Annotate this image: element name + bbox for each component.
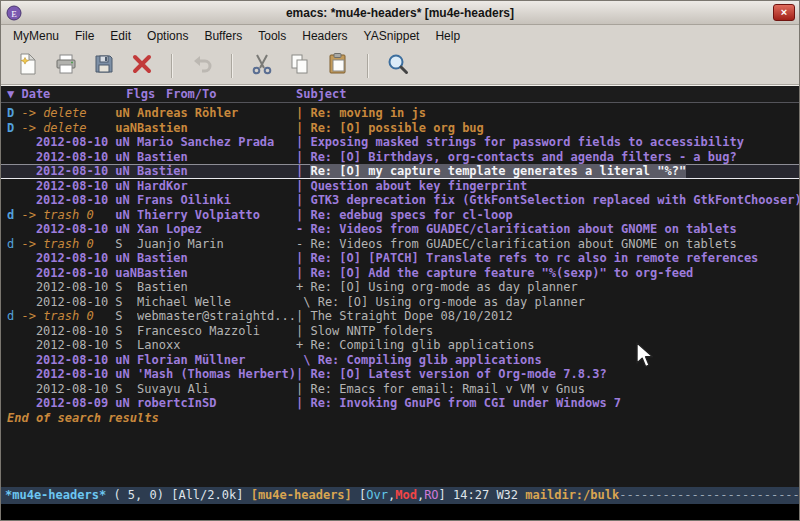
header-col-date[interactable]: ▼ Date	[7, 86, 126, 102]
message-flags: uN	[115, 208, 137, 223]
menu-headers[interactable]: Headers	[294, 26, 355, 46]
header-col-subject[interactable]: Subject	[296, 86, 799, 102]
menu-file[interactable]: File	[67, 26, 102, 46]
message-row[interactable]: 2012-08-10uaNBastien| Re: [O] Add the ca…	[1, 266, 799, 281]
message-row[interactable]: 2012-08-10uNBastien| Re: [O] my capture …	[1, 164, 799, 179]
paste-button[interactable]	[322, 50, 354, 82]
message-flags: uN	[115, 251, 137, 266]
message-row[interactable]: 2012-08-10uNBastien| Re: [O] Birthdays, …	[1, 150, 799, 165]
menu-bar: MyMenuFileEditOptionsBuffersToolsHeaders…	[1, 25, 799, 47]
window-close-button[interactable]: ×	[773, 4, 795, 21]
cut-icon	[250, 52, 274, 80]
message-subject: | The Straight Dope 08/10/2012	[296, 309, 799, 324]
message-row[interactable]: 2012-08-10uNMario Sanchez Prada| Exposin…	[1, 135, 799, 150]
thread-indicator: |	[296, 106, 310, 120]
message-row[interactable]: 2012-08-10uNXan Lopez- Re: Videos from G…	[1, 222, 799, 237]
menu-help[interactable]: Help	[427, 26, 468, 46]
message-from: Bastien	[137, 266, 296, 281]
message-flags: uN	[115, 396, 137, 411]
message-mark: d -> trash 0	[7, 208, 115, 223]
menu-edit[interactable]: Edit	[102, 26, 139, 46]
message-subject: \ Re: [O] Using org-mode as day planner	[296, 295, 799, 310]
message-mark: d -> trash 0	[7, 237, 115, 252]
message-from: Xan Lopez	[137, 222, 296, 237]
message-subject: | GTK3 deprecation fix (GtkFontSelection…	[296, 193, 799, 208]
mode-line-segment-plain: ( 5, 0)	[106, 488, 171, 502]
search-button[interactable]	[382, 50, 414, 82]
close-button[interactable]	[126, 50, 158, 82]
thread-indicator: -	[296, 222, 310, 236]
print-button[interactable]	[50, 50, 82, 82]
header-col-from[interactable]: From/To	[166, 86, 296, 102]
menu-buffers[interactable]: Buffers	[196, 26, 250, 46]
menu-mymenu[interactable]: MyMenu	[5, 26, 67, 46]
message-row[interactable]: D -> deleteuaNBastien| Re: [O] possible …	[1, 121, 799, 136]
message-row[interactable]: 2012-08-10SFrancesco Mazzoli| Slow NNTP …	[1, 324, 799, 339]
mode-line-segment-mod: Mod	[395, 488, 417, 502]
message-row[interactable]: 2012-08-10uNHardKor| Question about key …	[1, 179, 799, 194]
message-subject: | Question about key fingerprint	[296, 179, 799, 194]
message-date: 2012-08-10	[7, 179, 115, 194]
mark-action: -> delete	[14, 106, 86, 120]
message-from: Bastien	[137, 164, 296, 179]
thread-indicator: |	[296, 324, 310, 338]
message-row[interactable]: 2012-08-10SLanoxx+ Re: Compiling glib ap…	[1, 338, 799, 353]
message-row[interactable]: 2012-08-10SBastien+ Re: [O] Using org-mo…	[1, 280, 799, 295]
new-file-icon	[16, 52, 40, 80]
mode-line-segment-ovr: Ovr	[366, 488, 388, 502]
new-file-button[interactable]	[12, 50, 44, 82]
message-row[interactable]: d -> trash 0SJuanjo Marin- Re: Videos fr…	[1, 237, 799, 252]
subject-text: Re: [O] possible org bug	[310, 121, 483, 135]
message-from: webmaster@straightd...	[137, 309, 296, 324]
copy-button[interactable]	[284, 50, 316, 82]
mode-line-segment-plain: [All/2.0k]	[171, 488, 243, 502]
thread-indicator: |	[296, 208, 310, 222]
message-subject: | Re: [O] my capture template generates …	[296, 164, 799, 179]
mode-line-segment-dashes: ----------------------------------------…	[619, 488, 799, 502]
message-row[interactable]: 2012-08-10uNBastien| Re: [O] [PATCH] Tra…	[1, 251, 799, 266]
message-subject: | Re: [O] Latest version of Org-mode 7.8…	[296, 367, 799, 382]
message-from: Francesco Mazzoli	[137, 324, 296, 339]
message-row[interactable]: D -> deleteuNAndreas Röhler| Re: moving …	[1, 106, 799, 121]
message-row[interactable]: d -> trash 0Swebmaster@straightd...| The…	[1, 309, 799, 324]
message-from: Bastien	[137, 280, 296, 295]
message-date: 2012-08-10	[7, 295, 115, 310]
message-row[interactable]: 2012-08-09uNrobertcInSD| Re: Invoking Gn…	[1, 396, 799, 411]
header-col-flags[interactable]: Flgs	[126, 86, 166, 102]
message-date: 2012-08-10	[7, 338, 115, 353]
thread-indicator: \	[296, 353, 318, 367]
cut-button[interactable]	[246, 50, 278, 82]
message-row[interactable]: 2012-08-10SMichael Welle \ Re: [O] Using…	[1, 295, 799, 310]
message-flags: uaN	[115, 266, 137, 281]
save-button[interactable]	[88, 50, 120, 82]
message-flags: uN	[115, 164, 137, 179]
mode-line-segment-ro: RO	[424, 488, 438, 502]
undo-button[interactable]	[186, 50, 218, 82]
menu-options[interactable]: Options	[139, 26, 196, 46]
thread-indicator: \	[296, 295, 318, 309]
message-flags: uaN	[115, 121, 137, 136]
subject-text: Re: edebug specs for cl-loop	[310, 208, 512, 222]
message-subject: - Re: Videos from GUADEC/clarification a…	[296, 237, 799, 252]
message-subject: | Re: moving in js	[296, 106, 799, 121]
emacs-window: E emacs: *mu4e-headers* [mu4e-headers] ×…	[0, 0, 800, 521]
message-subject: | Re: Emacs for email: Rmail v VM v Gnus	[296, 382, 799, 397]
thread-indicator: +	[296, 280, 310, 294]
message-row[interactable]: 2012-08-10uNFrans Oilinki| GTK3 deprecat…	[1, 193, 799, 208]
message-row[interactable]: 2012-08-10uNFlorian Müllner \ Re: Compil…	[1, 353, 799, 368]
message-row[interactable]: 2012-08-10uN'Mash (Thomas Herbert)| Re: …	[1, 367, 799, 382]
mode-line-segment-plain	[243, 488, 250, 502]
menu-yasnippet[interactable]: YASnippet	[356, 26, 428, 46]
message-date: 2012-08-10	[7, 150, 115, 165]
message-flags: S	[115, 295, 137, 310]
message-row[interactable]: d -> trash 0uNThierry Volpiatto| Re: ede…	[1, 208, 799, 223]
menu-tools[interactable]: Tools	[250, 26, 294, 46]
thread-indicator: |	[296, 193, 310, 207]
title-bar: E emacs: *mu4e-headers* [mu4e-headers] ×	[1, 1, 799, 25]
message-row[interactable]: 2012-08-10SSuvayu Ali| Re: Emacs for ema…	[1, 382, 799, 397]
thread-indicator: |	[296, 179, 310, 193]
toolbar-separator	[231, 54, 233, 78]
mode-line: *mu4e-headers* ( 5, 0) [All/2.0k] [mu4e-…	[1, 487, 799, 504]
echo-area[interactable]	[1, 504, 799, 520]
message-mark: d -> trash 0	[7, 309, 115, 324]
